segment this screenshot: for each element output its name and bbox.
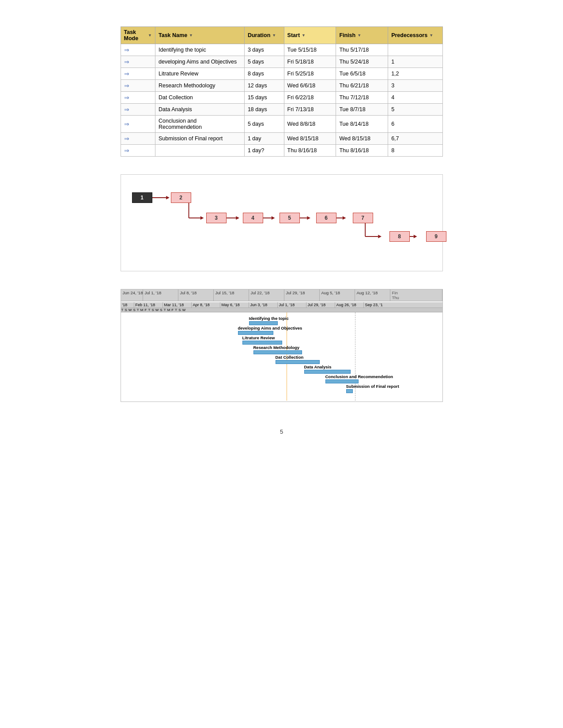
gantt-date-cell-5: Jul 29, '18 <box>284 289 320 301</box>
th-task-name[interactable]: Task Name ▼ <box>155 27 245 44</box>
gantt-label-4: Research Methodology <box>253 345 302 350</box>
gantt-day-m2: M <box>167 308 171 312</box>
td-task-name: Dat Collection <box>155 92 245 104</box>
gantt-label-3: Litrature Review <box>242 335 282 340</box>
gantt-bar-8 <box>346 389 353 393</box>
gantt-label-8: Submission of Final report <box>346 384 399 389</box>
table-row: ⇒Litrature Review8 daysFri 5/25/18Tue 6/… <box>121 68 442 80</box>
net-node-6: 6 <box>316 213 336 223</box>
td-finish: Wed 8/15/18 <box>336 133 388 145</box>
td-start: Wed 8/15/18 <box>284 133 336 145</box>
svg-marker-15 <box>378 235 382 238</box>
td-predecessors: 3 <box>388 80 442 92</box>
th-duration[interactable]: Duration ▼ <box>244 27 284 44</box>
svg-marker-1 <box>166 196 170 199</box>
gantt-day-f2: F <box>171 308 174 312</box>
task-mode-icon: ⇒ <box>124 120 129 128</box>
net-node-1: 1 <box>132 192 152 203</box>
gantt-date-cell-0: Jun 24, '18 <box>121 289 143 301</box>
td-task-name <box>155 145 245 157</box>
gantt-day-t: T <box>121 308 125 312</box>
td-finish: Thu 8/16/18 <box>336 145 388 157</box>
gantt-month-cell-6: Jul 1, '18 <box>278 302 306 308</box>
gantt-day-m: M <box>140 308 144 312</box>
td-start: Wed 6/6/18 <box>284 80 336 92</box>
gantt-bars-area: Identifying the topic developing Aims an… <box>121 312 442 401</box>
table-row: ⇒1 day?Thu 8/16/18Thu 8/16/188 <box>121 145 442 157</box>
td-predecessors: 8 <box>388 145 442 157</box>
table-row: ⇒Research Methodology12 daysWed 6/6/18Th… <box>121 80 442 92</box>
task-mode-icon: ⇒ <box>124 46 129 53</box>
td-finish: Thu 5/24/18 <box>336 56 388 68</box>
svg-marker-12 <box>342 216 346 220</box>
th-finish[interactable]: Finish ▼ <box>336 27 388 44</box>
sort-icon-finish: ▼ <box>357 33 361 38</box>
table-row: ⇒developing Aims and Objectives5 daysFri… <box>121 56 442 68</box>
gantt-row-4: Research Methodology <box>253 345 302 354</box>
task-mode-icon: ⇒ <box>124 94 129 101</box>
gantt-day-w3: W <box>182 308 186 312</box>
gantt-day-w2: W <box>155 308 160 312</box>
gantt-month-cell-8: Aug 26, '18 <box>335 302 364 308</box>
table-row: ⇒Data Analysis18 daysFri 7/13/18Tue 8/7/… <box>121 104 442 116</box>
td-start: Tue 5/15/18 <box>284 44 336 56</box>
svg-marker-17 <box>413 235 417 238</box>
td-task-name: Data Analysis <box>155 104 245 116</box>
td-task-mode: ⇒ <box>121 68 155 80</box>
td-finish: Tue 8/7/18 <box>336 104 388 116</box>
network-diagram: 1 2 3 4 5 6 7 8 9 <box>125 184 438 263</box>
gantt-day-t3: T <box>147 308 151 312</box>
page-number: 5 <box>280 428 283 435</box>
gantt-day-s2: S <box>132 308 136 312</box>
gantt-bar-2 <box>238 331 273 335</box>
th-predecessors[interactable]: Predecessors ▼ <box>388 27 442 44</box>
gantt-table-section: Task Mode ▼ Task Name ▼ Duration ▼ <box>121 26 443 157</box>
net-node-2: 2 <box>171 192 191 203</box>
gantt-bar-4 <box>253 350 302 354</box>
gantt-bar-6 <box>304 370 351 374</box>
gantt-month-cell-0: '18 <box>121 302 134 308</box>
gantt-month-cell-1: Feb 11, '18 <box>134 302 163 308</box>
gantt-day-s4: S <box>159 308 163 312</box>
td-duration: 18 days <box>244 104 284 116</box>
svg-marker-10 <box>307 216 310 220</box>
td-task-name: Conclusion and Recommendetion <box>155 116 245 133</box>
td-finish: Thu 7/12/18 <box>336 92 388 104</box>
td-duration: 5 days <box>244 116 284 133</box>
gantt-day-header: T S W S T M F T S W S T M F T S W <box>121 308 442 312</box>
td-predecessors: 1,2 <box>388 68 442 80</box>
table-row: ⇒Conclusion and Recommendetion5 daysWed … <box>121 116 442 133</box>
gantt-month-cell-2: Mar 11, '18 <box>163 302 192 308</box>
gantt-finish-label: FinThu <box>390 289 442 301</box>
svg-marker-4 <box>200 216 204 220</box>
gantt-row-8: Submission of Final report <box>346 384 399 393</box>
project-table: Task Mode ▼ Task Name ▼ Duration ▼ <box>121 26 443 157</box>
gantt-date-cell-3: Jul 15, '18 <box>214 289 249 301</box>
td-start: Fri 5/18/18 <box>284 56 336 68</box>
gantt-row-3: Litrature Review <box>242 335 282 345</box>
gantt-day-t5: T <box>174 308 178 312</box>
net-node-7: 7 <box>353 213 373 223</box>
task-mode-icon: ⇒ <box>124 147 129 154</box>
gantt-date-cell-1: Jul 1, '18 <box>143 289 178 301</box>
td-task-mode: ⇒ <box>121 116 155 133</box>
td-predecessors: 1 <box>388 56 442 68</box>
th-start[interactable]: Start ▼ <box>284 27 336 44</box>
gantt-label-5: Dat Collection <box>276 355 320 360</box>
gantt-day-w: W <box>128 308 133 312</box>
td-finish: Tue 6/5/18 <box>336 68 388 80</box>
net-node-8: 8 <box>389 231 410 242</box>
th-task-mode[interactable]: Task Mode ▼ <box>121 27 155 44</box>
sort-icon-duration: ▼ <box>272 33 276 38</box>
td-task-mode: ⇒ <box>121 44 155 56</box>
task-mode-icon: ⇒ <box>124 135 129 142</box>
td-task-mode: ⇒ <box>121 133 155 145</box>
gantt-month-cell-3: Apr 8, '18 <box>192 302 220 308</box>
task-mode-icon: ⇒ <box>124 70 129 77</box>
sort-icon-pred: ▼ <box>429 33 433 38</box>
gantt-label-2: developing Aims and Objectives <box>238 326 302 330</box>
gantt-chart-section: Jun 24, '18 Jul 1, '18 Jul 8, '18 Jul 15… <box>121 289 443 402</box>
gantt-label-6: Data Analysis <box>304 364 351 369</box>
gantt-month-cell-7: Jul 29, '18 <box>306 302 335 308</box>
net-node-4: 4 <box>243 213 263 223</box>
